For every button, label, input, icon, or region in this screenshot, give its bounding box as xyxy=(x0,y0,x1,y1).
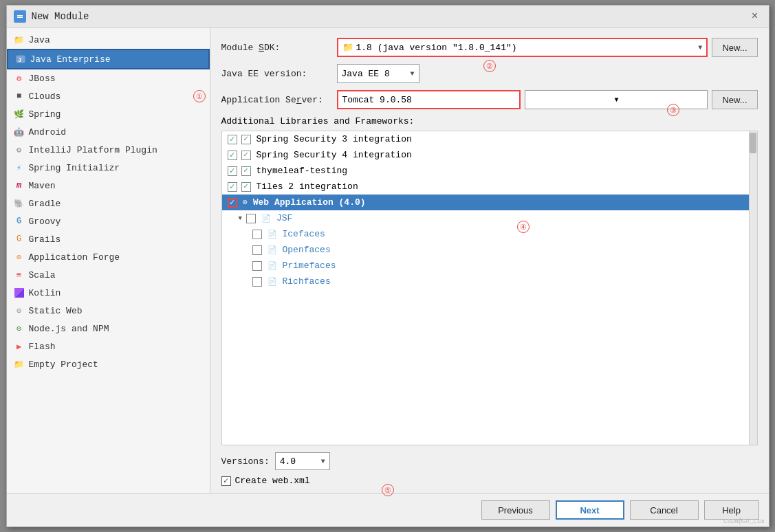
content-area: ① 📁 Java J Java Enterprise ⚙ J xyxy=(7,28,769,493)
libraries-label-row: Additional Libraries and Frameworks: xyxy=(221,116,758,126)
web-app-icon: ⊙ xyxy=(243,197,248,208)
lib-label-spring-sec4: Spring Security 4 integration xyxy=(256,150,412,160)
sidebar-label-maven: Maven xyxy=(29,181,56,191)
cancel-button[interactable]: Cancel xyxy=(630,500,699,520)
lib-item-icefaces[interactable]: 📄 Icefaces xyxy=(222,226,749,242)
sidebar-label-jboss: JBoss xyxy=(29,74,56,84)
sidebar-item-app-forge[interactable]: ⊙ Application Forge xyxy=(7,248,210,266)
sidebar-item-grails[interactable]: G Grails xyxy=(7,230,210,248)
sidebar-label-scala: Scala xyxy=(29,270,56,280)
upper-form: Module SDK: 📁 1.8 (java version "1.8.0_1… xyxy=(221,38,758,131)
sidebar-item-jboss[interactable]: ⚙ JBoss xyxy=(7,69,210,87)
static-web-icon: ⊙ xyxy=(14,305,25,316)
sidebar-item-clouds[interactable]: ■ Clouds xyxy=(7,87,210,105)
sidebar-label-grails: Grails xyxy=(29,234,61,245)
next-button[interactable]: Next xyxy=(556,500,624,520)
versions-arrow: ▼ xyxy=(321,458,325,465)
jsf-icon: 📄 xyxy=(261,214,271,223)
checkbox-primefaces[interactable] xyxy=(252,261,262,271)
title-bar: New Module × xyxy=(7,5,769,28)
previous-button[interactable]: Previous xyxy=(481,500,550,520)
lib-item-web-app[interactable]: ✓ ⊙ Web Application (4.0) xyxy=(222,195,749,210)
lib-item-spring-sec4[interactable]: ✓ ✓ Spring Security 4 integration xyxy=(222,147,749,163)
folder-icon: 📁 xyxy=(14,34,25,45)
sidebar-item-flash[interactable]: ▶ Flash xyxy=(7,337,210,355)
sidebar-item-kotlin[interactable]: Kotlin xyxy=(7,284,210,302)
checkbox-icefaces[interactable] xyxy=(252,230,262,239)
sidebar-label-gradle: Gradle xyxy=(29,199,61,209)
lib-scrollbar[interactable] xyxy=(749,131,757,445)
sidebar-item-empty[interactable]: 📁 Empty Project xyxy=(7,355,210,373)
javaee-arrow: ▼ xyxy=(410,70,414,78)
checkbox-spring-sec3-inner: ✓ xyxy=(241,135,251,144)
sdk-new-button[interactable]: New... xyxy=(712,38,757,57)
sidebar-item-android[interactable]: 🤖 Android xyxy=(7,123,210,141)
sidebar-item-static-web[interactable]: ⊙ Static Web xyxy=(7,302,210,320)
checkbox-spring-sec4-inner: ✓ xyxy=(241,151,251,160)
scrollbar-thumb xyxy=(750,133,756,153)
lib-item-spring-sec3[interactable]: ✓ ✓ Spring Security 3 integration xyxy=(222,131,749,147)
jboss-icon: ⚙ xyxy=(14,73,25,84)
checkbox-tiles2[interactable]: ✓ xyxy=(228,182,237,192)
cloud-icon: ■ xyxy=(14,91,25,102)
checkbox-tiles2-inner: ✓ xyxy=(241,182,251,192)
lib-item-openfaces[interactable]: 📄 Openfaces xyxy=(222,242,749,258)
javaee-select[interactable]: Java EE 8 ▼ xyxy=(337,64,419,83)
sidebar-item-intellij[interactable]: ⚙ IntelliJ Platform Plugin xyxy=(7,141,210,159)
android-icon: 🤖 xyxy=(14,126,25,137)
checkbox-spring-sec3[interactable]: ✓ xyxy=(228,135,237,144)
versions-row: Versions: 4.0 ▼ xyxy=(221,452,758,470)
lib-list-container: ✓ ✓ Spring Security 3 integration ✓ xyxy=(221,131,758,445)
checkbox-jsf[interactable] xyxy=(246,214,256,223)
sidebar-item-spring[interactable]: 🌿 Spring xyxy=(7,105,210,123)
appserver-dropdown[interactable]: ▼ xyxy=(525,90,708,109)
close-button[interactable]: × xyxy=(748,10,762,23)
lib-item-richfaces[interactable]: 📄 Richfaces xyxy=(222,274,749,289)
help-button[interactable]: Help xyxy=(704,500,759,520)
sidebar-label-intellij: IntelliJ Platform Plugin xyxy=(29,145,157,155)
sidebar-label-flash: Flash xyxy=(29,342,56,352)
checkbox-web-app[interactable]: ✓ xyxy=(228,198,237,208)
sidebar-item-java-enterprise[interactable]: J Java Enterprise xyxy=(7,49,210,69)
sidebar-item-nodejs[interactable]: ⊙ Node.js and NPM xyxy=(7,320,210,337)
libraries-label: Additional Libraries and Frameworks: xyxy=(221,116,415,126)
sidebar-item-spring-init[interactable]: ⚡ Spring Initializr xyxy=(7,159,210,177)
lib-item-jsf[interactable]: ▼ 📄 JSF xyxy=(222,210,749,226)
annotation-4: ④ xyxy=(517,221,530,233)
lower-area: ✓ ✓ Spring Security 3 integration ✓ xyxy=(221,131,758,486)
sidebar-item-gradle[interactable]: 🐘 Gradle xyxy=(7,195,210,212)
sidebar-label-android: Android xyxy=(29,127,67,137)
sidebar-label-nodejs: Node.js and NPM xyxy=(29,324,109,334)
sdk-select-box: 📁 1.8 (java version "1.8.0_141") ▼ xyxy=(337,38,708,57)
checkbox-openfaces[interactable] xyxy=(252,245,262,255)
checkbox-create-xml[interactable]: ✓ xyxy=(221,476,231,486)
kotlin-icon xyxy=(14,287,25,298)
module-sdk-label: Module SDK: xyxy=(221,43,331,53)
dialog-icon xyxy=(14,10,26,23)
sidebar-item-maven[interactable]: m Maven xyxy=(7,177,210,195)
lib-item-thymeleaf[interactable]: ✓ ✓ thymeleaf-testing xyxy=(222,163,749,179)
sidebar-item-java[interactable]: 📁 Java xyxy=(7,31,210,49)
initializr-icon: ⚡ xyxy=(14,162,25,173)
annotation-3: ③ xyxy=(667,104,679,116)
lib-item-primefaces[interactable]: 📄 Primefaces xyxy=(222,258,749,274)
checkbox-spring-sec4[interactable]: ✓ xyxy=(228,151,237,160)
versions-select[interactable]: 4.0 ▼ xyxy=(275,452,330,470)
spring-icon: 🌿 xyxy=(14,109,25,120)
svg-text:J: J xyxy=(18,57,21,64)
forge-icon: ⊙ xyxy=(14,252,25,263)
sidebar-label-spring: Spring xyxy=(29,109,61,120)
checkbox-richfaces[interactable] xyxy=(252,277,262,287)
sidebar-label-clouds: Clouds xyxy=(29,91,61,102)
richfaces-icon: 📄 xyxy=(268,277,277,286)
sidebar-label-spring-init: Spring Initializr xyxy=(29,163,120,173)
title-bar-left: New Module xyxy=(14,10,89,23)
sidebar-item-scala[interactable]: ≡ Scala xyxy=(7,266,210,284)
appserver-new-button[interactable]: New... xyxy=(712,90,757,109)
nodejs-icon: ⊙ xyxy=(14,323,25,334)
checkbox-thymeleaf[interactable]: ✓ xyxy=(228,166,237,176)
scala-icon: ≡ xyxy=(14,269,25,280)
check-spring-sec3: ✓ xyxy=(230,135,234,144)
lib-item-tiles2[interactable]: ✓ ✓ Tiles 2 integration xyxy=(222,179,749,195)
sidebar-item-groovy[interactable]: G Groovy xyxy=(7,212,210,230)
